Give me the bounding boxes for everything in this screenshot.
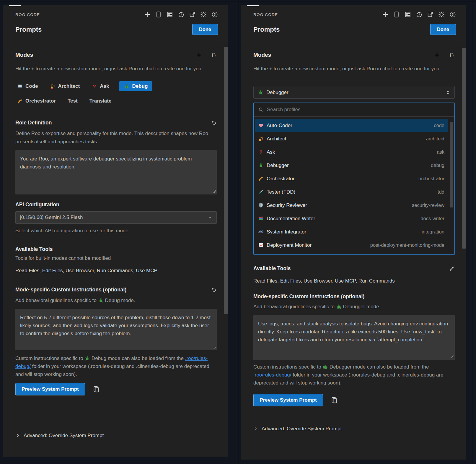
gear-icon[interactable] [438,11,445,18]
profile-option-docs-writer[interactable]: Documentation Writerdocs-writer [255,212,448,225]
help-icon[interactable]: ? [211,11,218,18]
profile-option-ask[interactable]: ?Askask [255,145,448,159]
mode-tab-label: Translate [89,98,112,104]
mode-tab-orchestrator[interactable]: Orchestrator [15,96,58,106]
link-icon [258,229,264,235]
notebook-icon[interactable] [393,11,400,18]
modes-intro: Hit the + to create a new custom mode, o… [15,65,210,73]
preview-system-prompt-button[interactable]: Preview System Prompt [15,383,85,395]
mode-tab-translate[interactable]: Translate [88,96,113,106]
copy-icon[interactable] [331,397,338,404]
question-icon: ? [92,84,97,89]
notebook-icon[interactable] [155,11,162,18]
extension-header: ROO CODE ? Prompts Done [241,5,466,41]
crane-icon [50,84,56,89]
role-definition-textarea[interactable]: You are Roo, an expert software debugger… [15,150,217,194]
custom-instructions-title: Mode-specific Custom Instructions (optio… [15,287,126,293]
pencil-icon[interactable] [449,266,455,272]
available-tools-title: Available Tools [15,246,217,252]
right-edge-divider [473,0,473,464]
profile-name: Documentation Writer [267,216,315,222]
custom-instructions-textarea[interactable]: Reflect on 5-7 different possible source… [15,309,217,350]
api-configuration-select[interactable]: [0.15/0.60] Gemini 2.5 Flash [15,211,217,224]
extension-header: ROO CODE ? Prompts Done [3,5,228,41]
mode-tab-label: Code [25,83,38,89]
profile-slug: security-review [412,202,444,208]
plus-icon[interactable] [144,11,151,18]
profile-search-input[interactable] [267,107,430,113]
rules-folder-link[interactable]: .roo/rules-debug/ [253,372,291,378]
profile-option-architect[interactable]: Architectarchitect [255,132,448,145]
api-configuration-hint: Select which API configuration to use fo… [15,228,217,234]
profile-option-tdd[interactable]: Tester (TDD)tdd [255,185,448,199]
profile-option-post-deployment-monitoring-mode[interactable]: Deployment Monitorpost-deployment-monito… [255,239,448,252]
panel-divider [238,0,238,464]
mode-tab-label: Architect [58,83,80,89]
bug-icon [124,84,129,89]
svg-text:?: ? [213,12,216,16]
server-icon[interactable] [167,11,173,18]
profile-option-integration[interactable]: System Integratorintegration [255,225,448,239]
page-title: Prompts [253,26,280,33]
bug-icon [258,90,263,95]
profile-slug: orchestrator [418,176,444,181]
scrollbar-thumb[interactable] [224,47,228,314]
available-tools-title: Available Tools [253,265,291,272]
mode-tab-label: Ask [100,83,109,89]
dropdown-scrollbar-thumb[interactable] [450,122,453,207]
custom-instructions-textarea[interactable]: Use logs, traces, and stack analysis to … [253,315,455,360]
profile-slug: ask [437,149,444,155]
rules-folder-note: Custom instructions specific to Debug mo… [15,354,213,378]
open-external-icon[interactable] [427,11,433,18]
add-mode-icon[interactable] [434,52,440,58]
mode-tab-test[interactable]: Test [66,96,79,106]
role-definition-description: Define Roo's expertise and personality f… [15,129,210,146]
mode-tab-debug[interactable]: Debug [119,81,152,91]
copy-icon[interactable] [93,386,100,393]
advanced-override-toggle[interactable]: Advanced: Override System Prompt [15,433,217,439]
preview-system-prompt-button[interactable]: Preview System Prompt [253,394,323,406]
mode-tab-label: Orchestrator [25,98,56,104]
profile-option-code[interactable]: Auto-Codercode [255,119,448,132]
bug-icon [258,163,264,168]
profile-name: Ask [267,149,275,155]
server-icon[interactable] [405,11,411,18]
profile-option-debug[interactable]: Debuggerdebug [255,159,448,172]
mode-select-value: Debugger [266,90,288,95]
open-external-icon[interactable] [189,11,195,18]
edit-modes-json-icon[interactable]: {} [211,52,217,58]
mode-select[interactable]: Debugger [253,86,455,99]
mode-tab-architect[interactable]: Architect [48,81,82,91]
history-icon[interactable] [178,11,184,18]
prompts-content: Modes {} Hit the + to create a new custo… [241,41,466,432]
scrollbar-thumb[interactable] [462,48,466,249]
mode-tab-ask[interactable]: ?Ask [90,81,111,91]
gear-icon[interactable] [200,11,207,18]
help-icon[interactable]: ? [449,11,456,18]
done-button[interactable]: Done [430,24,456,35]
done-button[interactable]: Done [192,24,218,35]
page-title: Prompts [15,26,42,33]
brain-icon [258,123,264,128]
profile-option-orchestrator[interactable]: Orchestratororchestrator [255,172,448,185]
profile-name: Auto-Coder [267,123,292,129]
add-mode-icon[interactable] [196,52,202,58]
undo-icon[interactable] [211,287,217,293]
mode-tab-code[interactable]: Code [15,81,40,91]
header-icon-row: ? [144,11,218,18]
api-configuration-value: [0.15/0.60] Gemini 2.5 Flash [20,215,83,220]
advanced-override-toggle[interactable]: Advanced: Override System Prompt [253,426,455,432]
undo-icon[interactable] [211,120,217,126]
crane-icon [258,136,264,142]
edit-modes-json-icon[interactable]: {} [449,52,455,58]
profile-name: Debugger [267,163,289,168]
mode-tab-list: CodeArchitect?AskDebugOrchestratorTestTr… [15,81,193,106]
history-icon[interactable] [416,11,422,18]
api-configuration-title: API Configuration [15,202,217,208]
profile-list: Auto-CodercodeArchitectarchitect?AskaskD… [254,117,454,254]
profile-name: Tester (TDD) [267,189,295,195]
plus-icon[interactable] [382,11,389,18]
profile-option-security-review[interactable]: Security Reviewersecurity-review [255,199,448,212]
mode-tab-label: Debug [132,83,148,89]
mode-tab-label: Test [68,98,78,104]
